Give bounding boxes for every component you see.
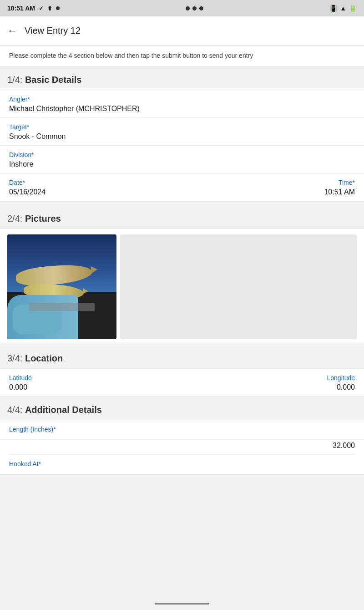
section-header-basic: 1/4: Basic Details <box>0 66 364 90</box>
signal-dot-3 <box>199 6 203 10</box>
status-bar-right: 📳 ▲ 🔋 <box>329 5 357 12</box>
hooked-at-label: Hooked At* <box>9 460 355 468</box>
lat-lon-row[interactable]: Latitude 0.000 Longitude 0.000 <box>0 369 364 396</box>
division-row[interactable]: Division* Inshore <box>0 146 364 173</box>
page-title: View Entry 12 <box>25 25 81 36</box>
status-bar-left: 10:51 AM ✓ ⬆ <box>7 5 60 12</box>
date-value: 05/16/2024 <box>9 188 46 196</box>
dot-indicator <box>56 6 60 10</box>
angler-label: Angler* <box>9 96 355 103</box>
section-num-additional: 4/4: <box>7 405 22 415</box>
battery-icon: 🔋 <box>349 5 357 12</box>
section-header-pictures: 2/4: Pictures <box>0 205 364 229</box>
longitude-label: Longitude <box>327 374 355 381</box>
latitude-label: Latitude <box>9 374 32 381</box>
section-title-basic: Basic Details <box>25 75 82 85</box>
latitude-col: Latitude 0.000 <box>9 374 32 391</box>
time-display: 10:51 AM <box>7 5 35 12</box>
signal-dot-2 <box>192 6 197 10</box>
upload-icon: ⬆ <box>47 5 52 12</box>
length-value: 32.000 <box>333 442 355 450</box>
picture-thumbnail[interactable] <box>7 234 116 339</box>
location-card: Latitude 0.000 Longitude 0.000 <box>0 368 364 396</box>
additional-details-card: Length (Inches)* 32.000 Hooked At* <box>0 420 364 475</box>
section-title-location: Location <box>25 353 63 363</box>
pictures-container <box>0 229 364 345</box>
length-value-row: 32.000 <box>0 440 364 454</box>
wifi-icon: ▲ <box>340 5 346 12</box>
hooked-at-row[interactable]: Hooked At* <box>0 455 364 474</box>
division-label: Division* <box>9 151 355 158</box>
section-num-pictures: 2/4: <box>7 214 22 224</box>
basic-details-card: Angler* Michael Christopher (MCHRISTOPHE… <box>0 90 364 202</box>
date-time-row[interactable]: Date* 05/16/2024 Time* 10:51 AM <box>0 173 364 201</box>
signal-dot-1 <box>186 6 190 10</box>
longitude-value: 0.000 <box>337 383 355 391</box>
back-button[interactable]: ← <box>7 25 17 37</box>
fish-scene <box>7 234 116 339</box>
target-label: Target* <box>9 123 355 131</box>
division-value: Inshore <box>9 160 355 168</box>
longitude-col: Longitude 0.000 <box>327 374 355 391</box>
time-col: Time* 10:51 AM <box>324 179 355 196</box>
date-label: Date* <box>9 179 46 186</box>
section-header-additional: 4/4: Additional Details <box>0 396 364 420</box>
notice-bar: Please complete the 4 section below and … <box>0 46 364 66</box>
app-bar: ← View Entry 12 <box>0 16 364 46</box>
vibrate-icon: 📳 <box>329 5 337 12</box>
picture-grid <box>7 234 357 339</box>
section-num-basic: 1/4: <box>7 75 22 85</box>
bottom-nav-bar <box>0 597 364 610</box>
status-bar: 10:51 AM ✓ ⬆ 📳 ▲ 🔋 <box>0 0 364 16</box>
status-bar-center <box>186 6 203 10</box>
angler-value: Michael Christopher (MCHRISTOPHER) <box>9 105 355 113</box>
length-field-row[interactable]: Length (Inches)* <box>0 420 364 440</box>
angler-row[interactable]: Angler* Michael Christopher (MCHRISTOPHE… <box>0 90 364 118</box>
bottom-spacer <box>0 475 364 493</box>
target-row[interactable]: Target* Snook - Common <box>0 118 364 146</box>
check-icon: ✓ <box>39 5 44 12</box>
notice-text: Please complete the 4 section below and … <box>9 52 253 59</box>
length-label: Length (Inches)* <box>9 426 355 433</box>
section-title-pictures: Pictures <box>25 214 61 224</box>
date-col: Date* 05/16/2024 <box>9 179 46 196</box>
bottom-home-indicator <box>155 603 209 605</box>
time-value: 10:51 AM <box>324 188 355 196</box>
time-label: Time* <box>339 179 355 186</box>
latitude-value: 0.000 <box>9 383 32 391</box>
section-num-location: 3/4: <box>7 353 22 363</box>
picture-placeholder <box>120 234 357 339</box>
target-value: Snook - Common <box>9 132 355 141</box>
section-header-location: 3/4: Location <box>0 345 364 368</box>
section-title-additional: Additional Details <box>25 405 102 415</box>
